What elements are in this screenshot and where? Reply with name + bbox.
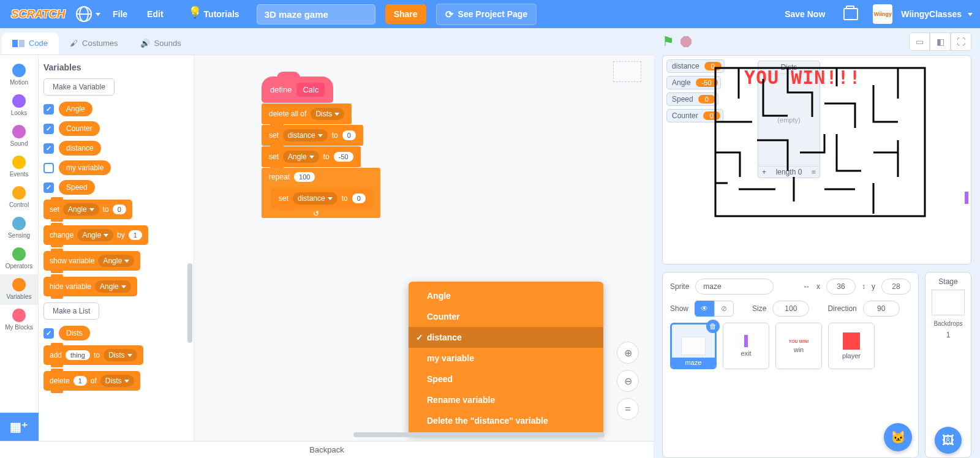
block-hide-var[interactable]: hide variableAngle <box>43 277 137 296</box>
block-change-var[interactable]: changeAngleby1 <box>43 225 148 245</box>
cat-motion[interactable]: Motion <box>0 60 38 91</box>
checkbox[interactable] <box>43 182 54 193</box>
see-project-page-button[interactable]: ⟳See Project Page <box>436 4 537 25</box>
sprite-name-input[interactable] <box>695 279 774 295</box>
green-flag-icon[interactable]: ⚑ <box>662 34 674 50</box>
block-set-angle[interactable]: setAngleto-50 <box>262 146 361 167</box>
checkbox[interactable] <box>43 124 54 134</box>
tab-code[interactable]: Code <box>1 32 59 54</box>
ctx-counter[interactable]: Counter <box>409 306 603 327</box>
backpack-bar[interactable]: Backpack <box>0 441 654 458</box>
make-variable-button[interactable]: Make a Variable <box>43 78 115 96</box>
ctx-rename[interactable]: Rename variable <box>409 389 603 410</box>
sprite-thumbnail <box>613 61 641 82</box>
delete-sprite-icon[interactable]: 🗑 <box>706 320 720 333</box>
block-set-var[interactable]: setAngleto0 <box>43 200 132 219</box>
language-menu[interactable] <box>74 6 100 22</box>
small-stage-button[interactable]: ▭ <box>909 32 930 51</box>
palette-scrollbar[interactable] <box>187 263 192 343</box>
ctx-angle[interactable]: Angle <box>409 285 603 306</box>
block-delete-all[interactable]: delete all ofDists <box>262 103 352 124</box>
var-myvariable[interactable]: my variable <box>43 160 186 175</box>
make-list-button[interactable]: Make a List <box>43 302 99 320</box>
stage-panel[interactable]: Stage Backdrops 1 🖼 <box>925 272 971 458</box>
checkbox[interactable] <box>43 328 54 339</box>
sprite-size-input[interactable] <box>772 301 809 317</box>
sprite-info-panel: Sprite ↔x ↕y Show 👁⊘ Size Direction 🗑maz… <box>662 272 919 458</box>
block-delete-list[interactable]: delete1ofDists <box>43 371 140 391</box>
add-sprite-button[interactable]: 🐱 <box>884 423 912 451</box>
add-backdrop-button[interactable]: 🖼 <box>935 427 962 454</box>
zoom-in-button[interactable]: ⊕ <box>617 342 639 364</box>
large-stage-button[interactable]: ◧ <box>930 32 951 51</box>
myblocks-dot-icon <box>12 309 26 322</box>
stage-label: Stage <box>938 277 957 286</box>
cat-sound[interactable]: Sound <box>0 121 38 152</box>
var-counter[interactable]: Counter <box>43 121 186 136</box>
fullscreen-button[interactable]: ⛶ <box>951 32 971 51</box>
cat-variables[interactable]: Variables <box>0 274 38 305</box>
zoom-out-button[interactable]: ⊖ <box>617 370 639 392</box>
var-speed[interactable]: Speed <box>43 180 186 195</box>
hide-button[interactable]: ⊘ <box>714 301 734 317</box>
tutorials-link[interactable]: Tutorials <box>182 8 247 20</box>
stage-thumbnail[interactable] <box>932 290 965 315</box>
stop-icon[interactable] <box>680 36 692 47</box>
checkbox[interactable] <box>43 143 54 154</box>
ctx-distance[interactable]: ✓distance <box>409 327 603 348</box>
tab-costumes[interactable]: 🖌Costumes <box>59 32 129 54</box>
folder-icon[interactable] <box>843 8 858 20</box>
edit-menu[interactable]: Edit <box>140 9 170 19</box>
stage[interactable]: distance0 Angle-50 Speed0 Counter0 Dists… <box>662 55 971 265</box>
sprites-list: 🗑maze exit YOU WIN!win player <box>670 323 911 369</box>
cat-operators[interactable]: Operators <box>0 244 38 274</box>
script-canvas[interactable]: defineCalc delete all ofDists setdistanc… <box>194 55 654 441</box>
show-label: Show <box>670 304 688 313</box>
block-repeat[interactable]: repeat100 setdistanceto0 ↺ <box>262 168 380 218</box>
monitor-angle[interactable]: Angle-50 <box>666 76 721 89</box>
file-menu[interactable]: File <box>105 9 135 19</box>
ctx-speed[interactable]: Speed <box>409 369 603 389</box>
ctx-delete[interactable]: Delete the "distance" variable <box>409 410 603 431</box>
add-extension-button[interactable]: ▦⁺ <box>0 413 39 441</box>
sprite-direction-input[interactable] <box>863 301 900 317</box>
sprite-y-input[interactable] <box>881 279 911 295</box>
sprite-win[interactable]: YOU WIN!win <box>775 323 822 369</box>
zoom-reset-button[interactable]: = <box>617 398 639 420</box>
define-hat[interactable]: defineCalc <box>262 77 333 103</box>
var-angle[interactable]: Angle <box>43 102 186 116</box>
project-title-input[interactable] <box>257 4 375 24</box>
cat-looks[interactable]: Looks <box>0 91 38 121</box>
maze-sprite <box>714 67 926 217</box>
show-button[interactable]: 👁 <box>695 301 714 317</box>
save-now-link[interactable]: Save Now <box>777 9 832 19</box>
cat-myblocks[interactable]: My Blocks <box>0 305 38 336</box>
block-add-list[interactable]: addthingtoDists <box>43 345 143 365</box>
block-palette: Variables Make a Variable Angle Counter … <box>39 55 194 441</box>
scratch-logo[interactable]: SCRATCH <box>7 7 69 21</box>
list-dists[interactable]: Dists <box>43 326 186 340</box>
sprite-player[interactable]: player <box>828 323 875 369</box>
block-set-distance-inner[interactable]: setdistanceto0 <box>271 188 373 209</box>
block-set-distance[interactable]: setdistanceto0 <box>262 125 363 146</box>
globe-icon <box>76 6 92 22</box>
sprite-x-input[interactable] <box>826 279 856 295</box>
checkbox[interactable] <box>43 163 54 173</box>
share-button[interactable]: Share <box>385 4 426 24</box>
monitor-speed[interactable]: Speed0 <box>666 92 718 106</box>
cat-sensing[interactable]: Sensing <box>0 213 38 244</box>
cat-control[interactable]: Control <box>0 182 38 213</box>
block-show-var[interactable]: show variableAngle <box>43 251 140 271</box>
cat-events[interactable]: Events <box>0 152 38 182</box>
tab-sounds[interactable]: 🔊Sounds <box>129 32 192 54</box>
sprite-maze[interactable]: 🗑maze <box>670 323 717 369</box>
looks-dot-icon <box>12 94 26 108</box>
avatar[interactable]: Wiingy <box>873 4 892 24</box>
canvas-scrollbar-h[interactable] <box>353 432 605 437</box>
checkbox[interactable] <box>43 104 54 114</box>
script-stack[interactable]: defineCalc delete all ofDists setdistanc… <box>262 77 380 218</box>
var-distance[interactable]: distance <box>43 141 186 156</box>
ctx-myvariable[interactable]: my variable <box>409 348 603 369</box>
sprite-exit[interactable]: exit <box>723 323 769 369</box>
username[interactable]: WiingyClasses <box>901 9 962 19</box>
